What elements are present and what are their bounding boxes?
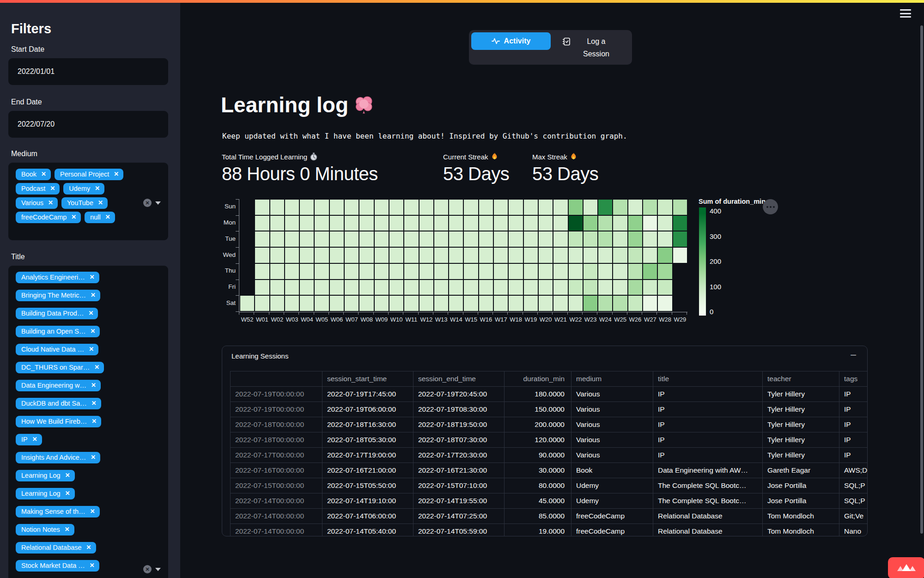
filter-tag[interactable]: null✕	[85, 212, 115, 223]
streamlit-badge[interactable]	[888, 557, 924, 578]
heatmap-cell	[628, 263, 643, 280]
remove-tag-icon[interactable]: ✕	[48, 199, 53, 207]
tab-log-a-session[interactable]: Log a Session	[551, 32, 630, 63]
filter-tag[interactable]: Stock Market Data …✕	[16, 560, 99, 572]
filter-tag[interactable]: Building Data Prod…✕	[16, 308, 98, 319]
heatmap-cell	[419, 247, 434, 263]
table-cell: 2022-07-16T21:30:00	[413, 463, 505, 478]
main-menu-icon[interactable]	[900, 9, 911, 18]
heatmap-cell	[583, 263, 598, 280]
collapse-panel-icon[interactable]: –	[851, 349, 856, 360]
heatmap-cell	[657, 247, 672, 263]
page-title: Learning log	[221, 92, 374, 117]
filter-tag[interactable]: DuckDB and dbt Sa…✕	[16, 398, 101, 409]
table-cell: Various	[571, 417, 653, 432]
heatmap-cell	[344, 231, 359, 247]
remove-tag-icon[interactable]: ✕	[91, 291, 96, 299]
remove-tag-icon[interactable]: ✕	[71, 213, 76, 221]
remove-tag-icon[interactable]: ✕	[65, 471, 70, 480]
remove-tag-icon[interactable]: ✕	[90, 561, 95, 570]
heatmap-cell	[583, 280, 598, 296]
table-cell: Tyler Hillery	[763, 432, 839, 447]
heatmap-cell	[673, 215, 687, 231]
filter-tag[interactable]: Udemy✕	[63, 183, 104, 195]
remove-tag-icon[interactable]: ✕	[65, 525, 70, 534]
filter-tag[interactable]: Data Engineering w…✕	[16, 380, 101, 391]
end-date-input[interactable]: 2022/07/20	[8, 111, 168, 138]
filter-tag[interactable]: Learning Log✕	[16, 488, 75, 499]
heatmap-cell	[598, 247, 613, 263]
dropdown-caret-icon[interactable]	[155, 568, 161, 571]
heatmap-week-label: W52	[241, 316, 254, 323]
table-cell: 90.0000	[505, 448, 571, 462]
axis-tick	[236, 247, 239, 248]
filter-tag[interactable]: YouTube✕	[61, 197, 108, 209]
filter-tag[interactable]: Making Sense of th…✕	[16, 506, 100, 517]
filter-tag[interactable]: Analytics Engineeri…✕	[16, 272, 99, 283]
filter-tag[interactable]: Podcast✕	[16, 183, 60, 195]
remove-tag-icon[interactable]: ✕	[41, 170, 46, 178]
filter-tag[interactable]: Building an Open S…✕	[16, 326, 100, 337]
remove-tag-icon[interactable]: ✕	[91, 381, 96, 389]
remove-tag-icon[interactable]: ✕	[88, 309, 93, 317]
heatmap-cell	[344, 280, 359, 296]
remove-tag-icon[interactable]: ✕	[91, 453, 96, 462]
clear-all-icon[interactable]: ✕	[143, 199, 152, 207]
heatmap-cell	[285, 263, 299, 280]
sessions-table[interactable]: session_start_timesession_end_timedurati…	[230, 371, 867, 536]
chart-options-button[interactable]	[763, 199, 778, 214]
heatmap-week-label: W08	[360, 316, 373, 323]
filter-tag[interactable]: Bringing The Metric…✕	[16, 290, 100, 301]
heatmap-cell	[240, 231, 255, 247]
legend-tick-label: 400	[710, 207, 721, 215]
remove-tag-icon[interactable]: ✕	[95, 184, 100, 193]
filter-tag[interactable]: How We Build Fireb…✕	[16, 416, 101, 427]
remove-tag-icon[interactable]: ✕	[86, 543, 91, 552]
filter-tag[interactable]: Learning Log✕	[16, 470, 75, 481]
heatmap-cell	[583, 247, 598, 263]
heatmap-cell	[463, 280, 478, 296]
filter-tag[interactable]: Cloud Native Data …✕	[16, 344, 98, 355]
remove-tag-icon[interactable]: ✕	[90, 273, 95, 281]
heatmap-cell	[598, 199, 613, 215]
filter-tag[interactable]: DC_THURS on Spar…✕	[16, 362, 104, 373]
remove-tag-icon[interactable]: ✕	[90, 327, 95, 335]
remove-tag-icon[interactable]: ✕	[90, 507, 95, 516]
filter-tag[interactable]: Insights And Advice…✕	[16, 452, 100, 463]
axis-tick	[478, 312, 478, 315]
heatmap-cell	[553, 199, 568, 215]
title-multiselect[interactable]: Analytics Engineeri…✕Bringing The Metric…	[8, 266, 168, 578]
heatmap-cell	[508, 199, 523, 215]
filter-tag[interactable]: Relational Database✕	[16, 542, 96, 554]
filter-tag[interactable]: Various✕	[16, 197, 58, 209]
axis-tick	[567, 312, 568, 315]
clear-all-icon[interactable]: ✕	[143, 565, 152, 573]
remove-tag-icon[interactable]: ✕	[91, 399, 97, 408]
axis-tick	[433, 312, 433, 315]
filter-tag[interactable]: freeCodeCamp✕	[16, 212, 81, 223]
heatmap-cell	[434, 263, 449, 280]
filter-tag[interactable]: Book✕	[16, 169, 51, 180]
remove-tag-icon[interactable]: ✕	[114, 170, 119, 178]
page-scrollbar[interactable]	[920, 25, 923, 534]
filter-tag[interactable]: Notion Notes✕	[16, 524, 74, 535]
heatmap-week-label: W03	[286, 316, 298, 323]
dropdown-caret-icon[interactable]	[155, 201, 161, 205]
table-cell: 2022-07-19T00:00:00	[230, 387, 322, 402]
remove-tag-icon[interactable]: ✕	[50, 184, 55, 193]
remove-tag-icon[interactable]: ✕	[105, 213, 110, 221]
remove-tag-icon[interactable]: ✕	[65, 489, 70, 498]
remove-tag-icon[interactable]: ✕	[89, 345, 94, 353]
heatmap-week-label: W09	[375, 316, 388, 323]
filter-tag[interactable]: Personal Project✕	[55, 169, 123, 180]
start-date-value: 2022/01/01	[18, 67, 55, 76]
start-date-input[interactable]: 2022/01/01	[8, 58, 168, 85]
remove-tag-icon[interactable]: ✕	[91, 417, 97, 426]
heatmap-cell	[538, 280, 553, 296]
remove-tag-icon[interactable]: ✕	[32, 435, 37, 444]
remove-tag-icon[interactable]: ✕	[94, 363, 99, 371]
tab-activity[interactable]: Activity	[471, 32, 551, 50]
heatmap-cell	[434, 215, 449, 231]
filter-tag[interactable]: IP✕	[16, 434, 42, 445]
remove-tag-icon[interactable]: ✕	[98, 199, 103, 207]
